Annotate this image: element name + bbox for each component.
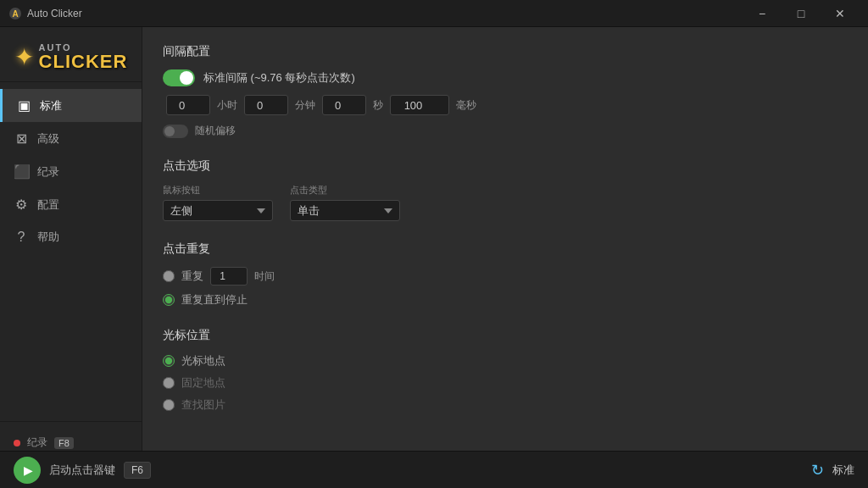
sidebar-item-settings[interactable]: ⚙ 配置	[0, 188, 142, 221]
sidebar: ✦ AUTO CLICKER ▣ 标准 ⊠ 高级 ⬛ 纪录 ⚙ 配置	[0, 27, 142, 488]
sidebar-logo: ✦ AUTO CLICKER	[0, 27, 142, 82]
logo-star-icon: ✦	[14, 43, 34, 71]
play-icon: ▶	[24, 463, 33, 477]
sidebar-item-advanced[interactable]: ⊠ 高级	[0, 122, 142, 155]
app-icon: A	[8, 7, 22, 20]
cursor-image-radio[interactable]	[163, 399, 175, 411]
sidebar-item-settings-label: 配置	[37, 197, 59, 213]
seconds-input[interactable]	[322, 95, 366, 115]
random-label: 随机偏移	[195, 124, 236, 138]
ms-input[interactable]	[390, 95, 449, 115]
sidebar-item-standard[interactable]: ▣ 标准	[0, 89, 142, 122]
click-type-label: 点击类型	[290, 184, 400, 197]
cursor-image-label: 查找图片	[181, 397, 225, 413]
titlebar: A Auto Clicker − □ ✕	[0, 0, 868, 27]
interval-section: 间隔配置 标准间隔 (~9.76 每秒点击次数) 小时 分钟 秒 毫秒	[163, 44, 848, 138]
cursor-option-fixed: 固定地点	[163, 375, 848, 391]
record-red-dot	[14, 440, 20, 446]
hours-label: 小时	[217, 98, 237, 113]
cursor-fixed-label: 固定地点	[181, 375, 225, 391]
maximize-button[interactable]: □	[782, 0, 821, 27]
record-badge-label: 纪录	[27, 435, 47, 450]
cursor-section: 光标位置 光标地点 固定地点 查找图片	[163, 328, 848, 413]
interval-number-row: 小时 分钟 秒 毫秒	[166, 95, 848, 115]
click-options-title: 点击选项	[163, 158, 848, 174]
hours-input[interactable]	[166, 95, 210, 115]
shortcut-badge: F6	[124, 462, 151, 479]
cursor-option-current: 光标地点	[163, 353, 848, 369]
svg-text:A: A	[12, 9, 18, 19]
repeat-row: 重复 时间	[163, 267, 848, 286]
close-button[interactable]: ✕	[821, 0, 860, 27]
random-row: 随机偏移	[163, 124, 848, 138]
cursor-options: 光标地点 固定地点 查找图片	[163, 353, 848, 413]
sidebar-item-help-label: 帮助	[37, 230, 59, 245]
minimize-button[interactable]: −	[743, 0, 782, 27]
record-key-badge: F8	[54, 437, 74, 449]
main-content: 间隔配置 标准间隔 (~9.76 每秒点击次数) 小时 分钟 秒 毫秒	[142, 27, 868, 488]
sidebar-item-record[interactable]: ⬛ 纪录	[0, 155, 142, 188]
app-body: ✦ AUTO CLICKER ▣ 标准 ⊠ 高级 ⬛ 纪录 ⚙ 配置	[0, 27, 868, 488]
times-label: 时间	[254, 269, 275, 284]
click-type-group: 点击类型 单击 双击	[290, 184, 400, 221]
click-type-select[interactable]: 单击 双击	[290, 200, 400, 221]
settings-icon: ⚙	[14, 197, 29, 213]
repeat-until-radio[interactable]	[163, 294, 175, 306]
sidebar-item-help[interactable]: ? 帮助	[0, 221, 142, 253]
refresh-button[interactable]: ↻	[811, 461, 824, 480]
seconds-label: 秒	[373, 98, 383, 113]
minutes-input[interactable]	[244, 95, 288, 115]
repeat-until-label: 重复直到停止	[181, 292, 248, 308]
mouse-button-label: 鼠标按钮	[163, 184, 273, 197]
help-icon: ?	[14, 230, 29, 245]
mouse-button-select[interactable]: 左侧 右侧 中间	[163, 200, 273, 221]
click-options-row: 鼠标按钮 左侧 右侧 中间 点击类型 单击 双击	[163, 184, 848, 221]
start-button[interactable]: ▶	[14, 457, 41, 484]
standard-icon: ▣	[16, 97, 31, 114]
advanced-icon: ⊠	[14, 130, 29, 147]
sidebar-item-record-label: 纪录	[37, 164, 59, 180]
sidebar-item-standard-label: 标准	[40, 98, 62, 114]
sidebar-nav: ▣ 标准 ⊠ 高级 ⬛ 纪录 ⚙ 配置 ? 帮助	[0, 89, 142, 421]
click-repeat-section: 点击重复 重复 时间 重复直到停止	[163, 241, 848, 308]
interval-section-title: 间隔配置	[163, 44, 848, 59]
cursor-option-image: 查找图片	[163, 397, 848, 413]
repeat-count-radio[interactable]	[163, 270, 175, 282]
mode-label: 标准	[832, 463, 854, 478]
random-toggle[interactable]	[163, 125, 188, 138]
click-options-section: 点击选项 鼠标按钮 左侧 右侧 中间 点击类型 单击 双击	[163, 158, 848, 221]
logo-clicker: CLICKER	[39, 53, 128, 71]
bottom-bar: ▶ 启动点击器键 F6 ↻ 标准	[0, 451, 868, 488]
cursor-fixed-radio[interactable]	[163, 377, 175, 389]
record-icon: ⬛	[14, 164, 29, 180]
titlebar-controls: − □ ✕	[743, 0, 860, 27]
interval-toggle[interactable]	[163, 69, 195, 86]
repeat-until-row: 重复直到停止	[163, 292, 848, 308]
logo-text: AUTO CLICKER	[39, 42, 128, 71]
click-repeat-title: 点击重复	[163, 241, 848, 257]
start-label: 启动点击器键	[49, 463, 115, 478]
repeat-count-input[interactable]	[210, 267, 248, 286]
ms-label: 毫秒	[456, 98, 476, 113]
titlebar-title: Auto Clicker	[27, 8, 743, 19]
cursor-section-title: 光标位置	[163, 328, 848, 343]
interval-toggle-row: 标准间隔 (~9.76 每秒点击次数)	[163, 69, 848, 86]
cursor-current-radio[interactable]	[163, 355, 175, 367]
repeat-label: 重复	[181, 269, 203, 284]
mouse-button-group: 鼠标按钮 左侧 右侧 中间	[163, 184, 273, 221]
sidebar-item-advanced-label: 高级	[37, 131, 59, 147]
minutes-label: 分钟	[295, 98, 315, 113]
cursor-current-label: 光标地点	[181, 353, 225, 369]
interval-toggle-label: 标准间隔 (~9.76 每秒点击次数)	[203, 70, 355, 86]
